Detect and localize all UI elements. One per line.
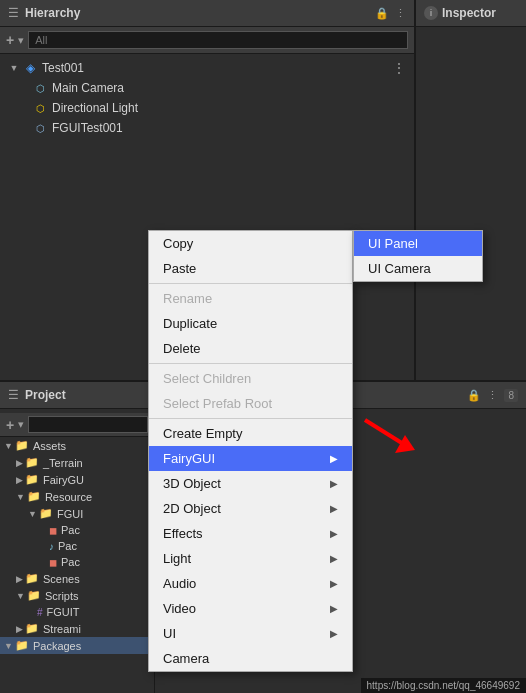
info-icon: i	[424, 6, 438, 20]
context-light[interactable]: Light ▶	[149, 546, 352, 571]
lock-icon[interactable]: 🔒	[375, 7, 389, 20]
submenu-ui-panel[interactable]: UI Panel	[354, 231, 482, 256]
ui-camera-label: UI Camera	[368, 261, 431, 276]
context-paste[interactable]: Paste	[149, 256, 352, 281]
hierarchy-header: ☰ Hierarchy 🔒 ⋮	[0, 0, 414, 27]
packages-arrow: ▼	[4, 641, 13, 651]
main-camera-item[interactable]: ⬡ Main Camera	[0, 78, 414, 98]
scene-root[interactable]: ▼ ◈ Test001 ⋮	[0, 58, 414, 78]
scripts-folder[interactable]: ▼ 📁 Scripts	[0, 587, 154, 604]
separator-2	[149, 363, 352, 364]
context-select-children-label: Select Children	[163, 371, 251, 386]
context-ui[interactable]: UI ▶	[149, 621, 352, 646]
context-3d-label: 3D Object	[163, 476, 221, 491]
fguitest-label: FGUITest001	[52, 121, 123, 135]
camera-icon: ⬡	[32, 80, 48, 96]
context-2d-object[interactable]: 2D Object ▶	[149, 496, 352, 521]
streaming-label: Streami	[43, 623, 81, 635]
streaming-folder[interactable]: ▶ 📁 Streami	[0, 620, 154, 637]
project-search-input[interactable]	[28, 416, 148, 433]
streaming-folder-icon: 📁	[25, 622, 39, 635]
project-dropdown-arrow[interactable]: ▾	[18, 418, 24, 431]
packages-folder[interactable]: ▼ 📁 Packages	[0, 637, 154, 654]
terrain-folder-icon: 📁	[25, 456, 39, 469]
context-video[interactable]: Video ▶	[149, 596, 352, 621]
packages-label: Packages	[33, 640, 81, 652]
object-icon: ⬡	[32, 120, 48, 136]
inspector-count-badge: 8	[504, 389, 518, 402]
pac2-item[interactable]: ▶ ♪ Pac	[0, 538, 154, 554]
fguit-item[interactable]: ▶ # FGUIT	[0, 604, 154, 620]
context-select-prefab-root-label: Select Prefab Root	[163, 396, 272, 411]
pac1-label: Pac	[61, 524, 80, 536]
main-camera-label: Main Camera	[52, 81, 124, 95]
fgui-folder[interactable]: ▼ 📁 FGUI	[0, 505, 154, 522]
fairygui-arrow: ▶	[16, 475, 23, 485]
resource-folder[interactable]: ▼ 📁 Resource	[0, 488, 154, 505]
assets-folder-icon: 📁	[15, 439, 29, 452]
directional-light-item[interactable]: ⬡ Directional Light	[0, 98, 414, 118]
ui-panel-label: UI Panel	[368, 236, 418, 251]
context-rename: Rename	[149, 286, 352, 311]
fairygui-folder[interactable]: ▶ 📁 FairyGU	[0, 471, 154, 488]
context-duplicate[interactable]: Duplicate	[149, 311, 352, 336]
submenu-ui-camera[interactable]: UI Camera	[354, 256, 482, 281]
more-icon[interactable]: ⋮	[395, 7, 406, 20]
context-audio[interactable]: Audio ▶	[149, 571, 352, 596]
streaming-arrow: ▶	[16, 624, 23, 634]
context-audio-label: Audio	[163, 576, 196, 591]
dropdown-arrow[interactable]: ▾	[18, 34, 24, 47]
context-paste-label: Paste	[163, 261, 196, 276]
context-camera[interactable]: Camera	[149, 646, 352, 671]
context-ui-label: UI	[163, 626, 176, 641]
separator-1	[149, 283, 352, 284]
scene-options-icon[interactable]: ⋮	[392, 60, 406, 76]
project-lock-icon[interactable]: 🔒	[467, 389, 481, 402]
pac3-label: Pac	[61, 556, 80, 568]
context-select-children: Select Children	[149, 366, 352, 391]
url-bar: https://blog.csdn.net/qq_46649692	[361, 678, 526, 693]
pac2-icon: ♪	[49, 541, 54, 552]
pac1-icon: ◼	[49, 525, 57, 536]
context-copy[interactable]: Copy	[149, 231, 352, 256]
fguitest-item[interactable]: ⬡ FGUITest001	[0, 118, 414, 138]
assets-arrow: ▼	[4, 441, 13, 451]
light-icon: ⬡	[32, 100, 48, 116]
context-copy-label: Copy	[163, 236, 193, 251]
3d-submenu-arrow: ▶	[330, 478, 338, 489]
context-create-empty[interactable]: Create Empty	[149, 421, 352, 446]
search-input[interactable]	[28, 31, 408, 49]
context-3d-object[interactable]: 3D Object ▶	[149, 471, 352, 496]
context-video-label: Video	[163, 601, 196, 616]
svg-line-0	[365, 420, 405, 445]
fairygui-folder-icon: 📁	[25, 473, 39, 486]
pac3-item[interactable]: ▶ ◼ Pac	[0, 554, 154, 570]
resource-label: Resource	[45, 491, 92, 503]
project-more-icon[interactable]: ⋮	[487, 389, 498, 402]
resource-folder-icon: 📁	[27, 490, 41, 503]
pac3-icon: ◼	[49, 557, 57, 568]
url-text: https://blog.csdn.net/qq_46649692	[367, 680, 520, 691]
assets-folder[interactable]: ▼ 📁 Assets	[0, 437, 154, 454]
scenes-folder[interactable]: ▶ 📁 Scenes	[0, 570, 154, 587]
add-button[interactable]: +	[6, 32, 14, 48]
fguit-label: FGUIT	[47, 606, 80, 618]
context-select-prefab-root: Select Prefab Root	[149, 391, 352, 416]
context-effects[interactable]: Effects ▶	[149, 521, 352, 546]
fgui-folder-icon: 📁	[39, 507, 53, 520]
terrain-folder[interactable]: ▶ 📁 _Terrain	[0, 454, 154, 471]
context-create-empty-label: Create Empty	[163, 426, 242, 441]
pac1-item[interactable]: ▶ ◼ Pac	[0, 522, 154, 538]
context-menu: Copy Paste Rename Duplicate Delete Selec…	[148, 230, 353, 672]
light-submenu-arrow: ▶	[330, 553, 338, 564]
project-add-button[interactable]: +	[6, 417, 14, 433]
separator-3	[149, 418, 352, 419]
scene-name: Test001	[42, 61, 84, 75]
terrain-label: _Terrain	[43, 457, 83, 469]
context-fairygui[interactable]: FairyGUI ▶	[149, 446, 352, 471]
scenes-arrow: ▶	[16, 574, 23, 584]
context-light-label: Light	[163, 551, 191, 566]
fairygui-submenu-arrow: ▶	[330, 453, 338, 464]
context-effects-label: Effects	[163, 526, 203, 541]
context-delete[interactable]: Delete	[149, 336, 352, 361]
